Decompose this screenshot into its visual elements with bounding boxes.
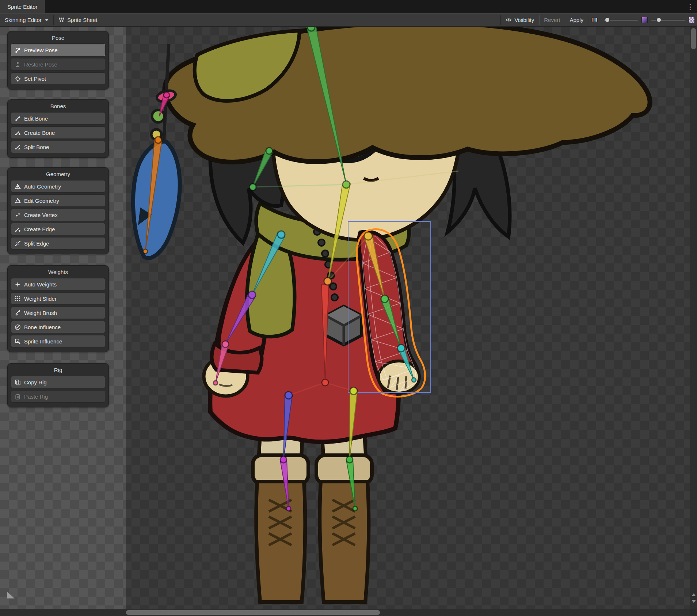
panel-title: Pose — [8, 31, 108, 44]
rgb-bars-icon — [591, 17, 598, 23]
set-pivot-button[interactable]: Set Pivot — [11, 72, 105, 85]
color-channels-toggle[interactable] — [589, 14, 601, 26]
toolbar: Skinning Editor Sprite Sheet Visibility … — [0, 13, 697, 27]
alpha-slider-thumb[interactable] — [605, 18, 610, 22]
tab-bar: Sprite Editor ⋮ — [0, 0, 697, 13]
split-bone-button[interactable]: Split Bone — [11, 141, 105, 153]
apply-button[interactable]: Apply — [565, 14, 588, 26]
bone-influence-button[interactable]: Bone Influence — [11, 321, 105, 333]
visibility-label: Visibility — [514, 17, 534, 23]
zoom-slider[interactable] — [651, 20, 685, 20]
toolbar-right-group: Visibility Revert Apply — [500, 14, 697, 26]
horizontal-scrollbar-thumb[interactable] — [126, 610, 380, 615]
create-bone-icon — [15, 130, 21, 136]
panel-title: Weights — [8, 266, 108, 278]
visibility-button[interactable]: Visibility — [501, 14, 539, 26]
sprite-sheet-label: Sprite Sheet — [67, 17, 98, 23]
tab-sprite-editor[interactable]: Sprite Editor — [0, 0, 45, 13]
tab-label: Sprite Editor — [7, 4, 38, 10]
weight-slider-button[interactable]: Weight Slider — [11, 292, 105, 305]
paste-rig-icon — [15, 393, 21, 400]
set-pivot-icon — [15, 76, 21, 82]
copy-rig-icon — [15, 379, 21, 385]
skinning-editor-dropdown[interactable]: Skinning Editor — [0, 14, 53, 26]
bone-influence-icon — [15, 324, 21, 330]
canvas-resize-grip[interactable] — [7, 592, 15, 598]
eye-icon — [506, 17, 512, 23]
panel-title: Rig — [8, 364, 108, 376]
edit-geometry-button[interactable]: Edit Geometry — [11, 194, 105, 207]
create-bone-button[interactable]: Create Bone — [11, 126, 105, 139]
vertical-scrollbar-thumb[interactable] — [691, 28, 696, 49]
edit-geometry-icon — [15, 198, 21, 204]
sprite-sheet-icon — [58, 17, 65, 23]
chevron-down-icon — [45, 19, 49, 21]
zoom-slider-thumb[interactable] — [656, 18, 661, 22]
edit-bone-icon — [15, 115, 21, 122]
edit-bone-button[interactable]: Edit Bone — [11, 112, 105, 125]
scroll-up-icon[interactable] — [692, 593, 696, 596]
skinning-editor-label: Skinning Editor — [5, 17, 42, 23]
kebab-menu-icon[interactable]: ⋮ — [683, 0, 697, 13]
vertical-scrollbar[interactable] — [690, 27, 697, 609]
auto-geometry-button[interactable]: Auto Geometry — [11, 180, 105, 193]
split-edge-icon — [15, 240, 21, 247]
restore-pose-button[interactable]: Restore Pose — [11, 58, 105, 71]
panel-title: Geometry — [8, 168, 108, 180]
panel-bones: Bones Edit Bone Create Bone Split Bone — [7, 99, 109, 158]
revert-button[interactable]: Revert — [539, 14, 565, 26]
copy-rig-button[interactable]: Copy Rig — [11, 376, 105, 388]
panel-geometry: Geometry Auto Geometry Edit Geometry Cre… — [7, 167, 109, 254]
auto-weights-icon — [15, 281, 21, 288]
scroll-down-icon[interactable] — [692, 600, 696, 603]
weight-slider-icon — [15, 296, 21, 302]
split-bone-icon — [15, 144, 21, 150]
paste-rig-button[interactable]: Paste Rig — [11, 390, 105, 403]
preview-pose-icon — [15, 47, 21, 53]
horizontal-scrollbar[interactable] — [0, 609, 690, 616]
sprite-influence-icon — [15, 338, 21, 345]
panel-weights: Weights Auto Weights Weight Slider Weigh… — [7, 265, 109, 352]
create-edge-button[interactable]: Create Edge — [11, 223, 105, 235]
auto-weights-button[interactable]: Auto Weights — [11, 278, 105, 290]
auto-geometry-icon — [15, 183, 21, 190]
scrollbar-corner — [690, 609, 697, 616]
sprite-editor-window: Sprite Editor ⋮ Skinning Editor Sprite S… — [0, 0, 697, 616]
weight-brush-icon — [15, 310, 21, 316]
create-vertex-button[interactable]: Create Vertex — [11, 209, 105, 221]
create-edge-icon — [15, 226, 21, 232]
gradient-chip-icon — [641, 17, 648, 23]
sprite-influence-button[interactable]: Sprite Influence — [11, 335, 105, 347]
alpha-slider[interactable] — [604, 20, 638, 20]
restore-pose-icon — [15, 61, 21, 68]
panel-title: Bones — [8, 100, 108, 112]
panel-pose: Pose Preview Pose Restore Pose Set Pivot — [7, 31, 109, 90]
panel-rig: Rig Copy Rig Paste Rig — [7, 363, 109, 407]
split-edge-button[interactable]: Split Edge — [11, 237, 105, 250]
checker-chip-icon — [689, 17, 695, 23]
preview-pose-button[interactable]: Preview Pose — [11, 44, 105, 56]
weight-brush-button[interactable]: Weight Brush — [11, 307, 105, 319]
sprite-sheet-button[interactable]: Sprite Sheet — [54, 14, 102, 26]
create-vertex-icon — [15, 212, 21, 218]
